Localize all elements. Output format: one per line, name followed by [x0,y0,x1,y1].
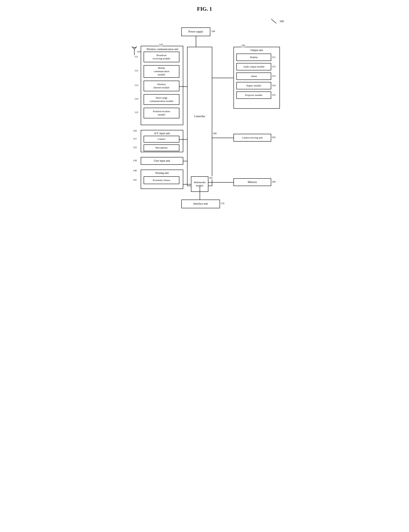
label-140: 140 [133,169,137,172]
label-110: 110 [159,43,163,46]
label-100: 100 [279,20,284,23]
label-152: 152 [272,65,276,68]
camera-moving-box: Camera moving unit [233,134,271,142]
label-112: 112 [135,69,138,72]
label-121: 121 [133,137,137,140]
projector-box: Projector module [236,92,271,99]
label-120: 120 [133,129,137,132]
label-122: 122 [133,146,137,149]
label-160: 160 [272,180,276,183]
label-114: 114 [135,97,138,100]
svg-line-2 [134,47,137,49]
controller-box: Controller [187,47,212,186]
label-154: 154 [272,84,276,87]
label-111: 111 [135,55,138,58]
memory-box: Memory [233,178,271,186]
microphone-box: Microphone [144,144,179,151]
alarm-box: Alarm [236,73,271,80]
label-182: 182 [272,136,276,139]
label-190: 190 [211,30,215,33]
label-180: 180 [213,132,217,135]
display-box: Display [236,54,271,61]
audio-output-box: Audio output module [236,63,271,70]
camera-box: Camera [144,136,179,142]
broadcast-module-box: Broadcastreceiving module [144,52,179,62]
page-title: FIG. 1 [121,6,288,12]
haptic-box: Haptic module [236,82,271,89]
diagram-container: 100 Power supply 190 Wireless communicat… [121,18,288,230]
wireless-internet-box: WirelessInternet module [144,81,179,91]
shortrange-module-box: Short-rangecommunication module [144,94,179,105]
mobile-module-box: Mobilecommunicationmodule [144,65,179,78]
label-150: 150 [241,44,245,47]
svg-line-1 [132,47,134,49]
label-181: 181 [209,176,213,180]
label-153: 153 [272,75,276,77]
label-130: 130 [133,159,137,162]
power-supply-box: Power supply [181,28,210,36]
user-input-box: User input unit [141,157,183,165]
label-170: 170 [221,202,224,205]
proximity-sensor-box: Proximity Sensor [144,176,179,184]
label-151: 151 [272,56,276,59]
label-113: 113 [135,84,138,87]
label-115: 115 [135,111,138,114]
antenna-icon [131,47,137,56]
interface-box: Interface unit [181,200,220,208]
label-141: 141 [133,178,137,181]
position-module-box: Position-locationmodule [144,108,179,118]
label-155: 155 [272,93,276,96]
